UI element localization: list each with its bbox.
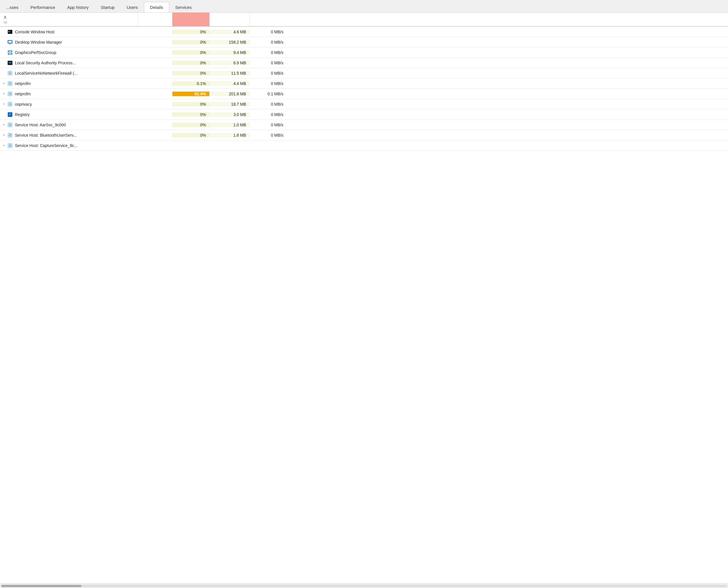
expand-icon[interactable]: >	[1, 144, 7, 147]
scrollbar-thumb[interactable]	[1, 585, 82, 587]
proc-name-cell: > netprofm	[0, 91, 138, 97]
col-name-label: ne	[3, 20, 134, 24]
process-name: Desktop Window Manager	[15, 40, 62, 44]
svg-rect-11	[10, 54, 10, 55]
svg-rect-66	[10, 126, 10, 127]
col-header-cpu[interactable]	[172, 13, 209, 26]
process-name: Service Host: CaptureService_9c...	[15, 143, 78, 148]
col-header-name[interactable]: ∧ ne	[0, 13, 138, 26]
col-header-memory[interactable]	[209, 13, 249, 26]
process-icon	[7, 39, 13, 45]
process-row[interactable]: Registry 0% 3.0 MB 0 MB/s	[0, 109, 728, 120]
svg-rect-75	[10, 133, 10, 134]
proc-disk: 0 MB/s	[249, 40, 287, 44]
process-row[interactable]: GraphicsPerfSvcGroup 0% 9.4 MB 0 MB/s	[0, 47, 728, 58]
svg-rect-17	[9, 62, 11, 63]
tab-performance[interactable]: Performance	[24, 2, 61, 12]
process-row[interactable]: > netprofm 0.1% 4.4 MB 0 MB/s	[0, 78, 728, 89]
process-row[interactable]: > netprofm 92.4% 201.8 MB 0.1 MB/s	[0, 89, 728, 99]
process-row[interactable]: > Service Host: BluetoothUserServ... 0% …	[0, 130, 728, 141]
proc-memory: 9.4 MB	[209, 50, 249, 55]
col-header-disk[interactable]	[249, 13, 287, 26]
process-row[interactable]: > Service Host: CaptureService_9c...	[0, 141, 728, 151]
expand-icon[interactable]: >	[1, 133, 7, 136]
proc-name-cell: > Service Host: CaptureService_9c...	[0, 142, 138, 149]
expand-icon[interactable]: >	[1, 82, 7, 85]
process-icon	[7, 122, 13, 128]
proc-memory: 18.7 MB	[209, 102, 249, 106]
expand-icon[interactable]: >	[1, 92, 7, 95]
proc-name-cell: > osprivacy	[0, 101, 138, 107]
process-row[interactable]: C:\ Console Window Host 0% 4.6 MB 0 MB/s	[0, 27, 728, 37]
process-icon	[7, 91, 13, 97]
process-icon	[7, 132, 13, 139]
tab-processes[interactable]: ...sses	[0, 2, 24, 12]
svg-rect-87	[8, 145, 9, 146]
process-icon	[7, 60, 13, 66]
svg-rect-13	[12, 52, 12, 53]
svg-rect-6	[9, 44, 11, 44]
proc-memory: 201.8 MB	[209, 91, 249, 96]
svg-rect-42	[8, 93, 9, 94]
proc-cpu: 0.1%	[172, 81, 209, 86]
svg-rect-52	[8, 104, 9, 105]
col-header-status[interactable]	[138, 13, 172, 26]
svg-rect-32	[8, 83, 9, 84]
tab-details[interactable]: Details	[144, 2, 169, 12]
proc-cpu: 0%	[172, 112, 209, 117]
tab-startup[interactable]: Startup	[95, 2, 120, 12]
svg-rect-86	[10, 147, 10, 148]
task-manager-window: ...sses Performance App history Startup …	[0, 0, 728, 588]
proc-memory: 1.6 MB	[209, 133, 249, 138]
expand-icon[interactable]: >	[1, 123, 7, 126]
svg-rect-31	[10, 85, 10, 86]
process-name: Local Security Authority Process...	[15, 61, 76, 65]
svg-rect-20	[10, 71, 10, 72]
process-name: netprofm	[15, 81, 31, 86]
svg-rect-67	[8, 125, 9, 125]
svg-rect-43	[12, 93, 12, 94]
process-row[interactable]: Desktop Window Manager 0% 158.2 MB 0 MB/…	[0, 37, 728, 47]
svg-rect-10	[10, 50, 10, 51]
process-name: osprivacy	[15, 102, 32, 106]
process-name: netprofm	[15, 91, 31, 96]
proc-disk: 0 MB/s	[249, 50, 287, 55]
proc-cpu: 0%	[172, 123, 209, 127]
process-icon: C:\	[7, 29, 13, 35]
proc-memory: 6.9 MB	[209, 61, 249, 65]
proc-memory: 4.4 MB	[209, 81, 249, 86]
process-icon	[7, 80, 13, 87]
horizontal-scrollbar[interactable]	[0, 583, 728, 588]
svg-rect-76	[10, 136, 10, 138]
proc-name-cell: Registry	[0, 111, 138, 118]
svg-rect-41	[10, 95, 10, 96]
proc-memory: 4.6 MB	[209, 29, 249, 34]
svg-text:C:\: C:\	[8, 30, 11, 32]
process-name: GraphicsPerfSvcGroup	[15, 50, 56, 55]
svg-rect-85	[10, 143, 10, 144]
proc-name-cell: Desktop Window Manager	[0, 39, 138, 45]
proc-disk: 0.1 MB/s	[249, 91, 287, 96]
process-list: C:\ Console Window Host 0% 4.6 MB 0 MB/s…	[0, 27, 728, 583]
process-row[interactable]: > Service Host: AarSvc_9c000 0% 1.0 MB 0…	[0, 120, 728, 130]
svg-rect-5	[8, 41, 12, 43]
tab-app-history[interactable]: App history	[61, 2, 95, 12]
tab-users[interactable]: Users	[121, 2, 144, 12]
proc-name-cell: LocalServiceNoNetworkFirewall (...	[0, 70, 138, 76]
process-name: LocalServiceNoNetworkFirewall (...	[15, 71, 78, 76]
expand-icon[interactable]: >	[1, 103, 7, 106]
process-name: Service Host: AarSvc_9c000	[15, 123, 66, 127]
process-row[interactable]: Local Security Authority Process... 0% 6…	[0, 58, 728, 68]
svg-rect-22	[8, 73, 9, 74]
proc-disk: 0 MB/s	[249, 81, 287, 86]
proc-name-cell: > Service Host: BluetoothUserServ...	[0, 132, 138, 139]
process-row[interactable]: LocalServiceNoNetworkFirewall (... 0% 11…	[0, 68, 728, 78]
proc-name-cell: > Service Host: AarSvc_9c000	[0, 122, 138, 128]
process-row[interactable]: > osprivacy 0% 18.7 MB 0 MB/s	[0, 99, 728, 109]
svg-rect-68	[12, 125, 12, 125]
proc-disk: 0 MB/s	[249, 102, 287, 106]
proc-name-cell: GraphicsPerfSvcGroup	[0, 49, 138, 56]
svg-rect-60	[8, 113, 12, 114]
svg-rect-62	[8, 115, 10, 116]
tab-services[interactable]: Services	[169, 2, 198, 12]
